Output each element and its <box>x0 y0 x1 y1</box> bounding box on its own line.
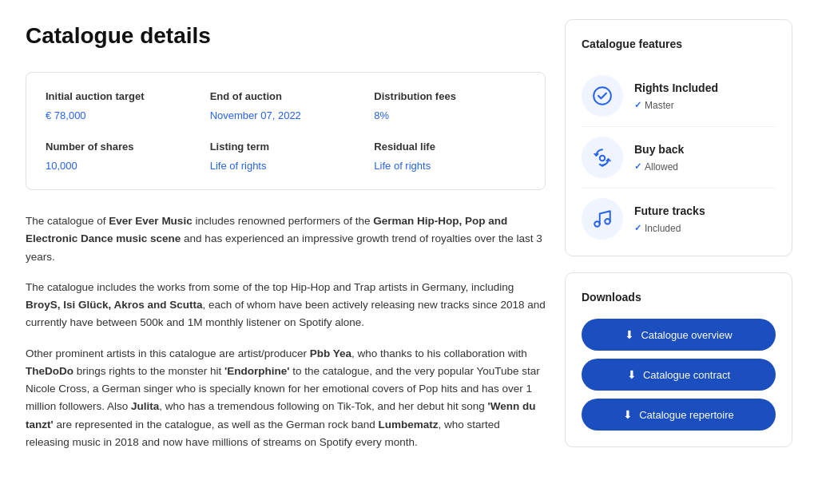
stat-distribution-fees: Distribution fees 8% <box>374 89 526 123</box>
feature-rights-included-text: Rights Included Master <box>634 80 718 113</box>
catalogue-overview-btn[interactable]: ⬇ Catalogue overview <box>582 319 776 351</box>
feature-buyback: Buy back Allowed <box>582 127 776 189</box>
catalogue-repertoire-label: Catalogue repertoire <box>639 409 734 421</box>
feature-future-tracks-name: Future tracks <box>634 203 705 220</box>
stat-label-distribution-fees: Distribution fees <box>374 89 526 105</box>
description-para-2: The catalogue includes the works from so… <box>26 279 546 332</box>
feature-buyback-name: Buy back <box>634 141 684 158</box>
feature-future-tracks: Future tracks Included <box>582 189 776 240</box>
stats-card: Initial auction target € 78,000 End of a… <box>26 72 546 190</box>
buyback-icon <box>592 147 613 168</box>
downloads-card: Downloads ⬇ Catalogue overview ⬇ Catalog… <box>565 272 792 447</box>
stat-value-distribution-fees: 8% <box>374 108 526 124</box>
rights-included-icon-wrap <box>582 75 623 117</box>
catalogue-overview-label: Catalogue overview <box>641 329 732 341</box>
feature-buyback-text: Buy back Allowed <box>634 141 684 174</box>
stat-end-auction: End of auction November 07, 2022 <box>210 89 362 123</box>
music-note-icon <box>592 208 613 229</box>
catalogue-contract-label: Catalogue contract <box>643 369 730 381</box>
stat-value-end-auction: November 07, 2022 <box>210 108 362 124</box>
description-para-3: Other prominent artists in this catalogu… <box>26 345 546 452</box>
stat-value-number-shares: 10,000 <box>46 158 197 174</box>
feature-future-tracks-sub: Included <box>634 221 705 236</box>
stat-number-shares: Number of shares 10,000 <box>46 139 197 173</box>
stat-value-listing-term: Life of rights <box>210 158 362 174</box>
catalogue-features-card: Catalogue features Rights Included Maste… <box>565 19 792 256</box>
features-card-title: Catalogue features <box>582 36 776 53</box>
svg-point-3 <box>605 219 610 224</box>
feature-rights-included-name: Rights Included <box>634 80 718 97</box>
download-icon-1: ⬇ <box>625 328 634 341</box>
page-wrapper: Catalogue details Initial auction target… <box>0 0 818 470</box>
stat-value-residual-life: Life of rights <box>374 158 526 174</box>
stat-label-initial-auction: Initial auction target <box>46 89 197 105</box>
downloads-card-title: Downloads <box>582 289 776 306</box>
future-tracks-icon-wrap <box>582 198 623 240</box>
svg-point-2 <box>594 221 600 227</box>
sidebar: Catalogue features Rights Included Maste… <box>565 19 792 451</box>
stat-label-number-shares: Number of shares <box>46 139 197 155</box>
download-icon-3: ⬇ <box>623 408 633 421</box>
main-content: Catalogue details Initial auction target… <box>26 19 546 451</box>
feature-buyback-sub: Allowed <box>634 160 684 174</box>
feature-rights-included: Rights Included Master <box>582 65 776 127</box>
download-icon-2: ⬇ <box>627 368 637 381</box>
stat-initial-auction: Initial auction target € 78,000 <box>46 89 197 123</box>
stat-listing-term: Listing term Life of rights <box>210 139 362 173</box>
svg-point-0 <box>594 87 611 105</box>
svg-point-1 <box>600 156 606 161</box>
check-circle-icon <box>592 85 613 106</box>
stat-label-listing-term: Listing term <box>210 139 362 155</box>
catalogue-repertoire-btn[interactable]: ⬇ Catalogue repertoire <box>582 399 776 431</box>
stat-label-residual-life: Residual life <box>374 139 526 155</box>
catalogue-contract-btn[interactable]: ⬇ Catalogue contract <box>582 359 776 391</box>
stat-label-end-auction: End of auction <box>210 89 362 105</box>
description-para-1: The catalogue of Ever Ever Music include… <box>26 212 546 266</box>
stat-residual-life: Residual life Life of rights <box>374 139 526 173</box>
description-section: The catalogue of Ever Ever Music include… <box>26 212 546 451</box>
page-title: Catalogue details <box>26 19 546 53</box>
buyback-icon-wrap <box>582 137 623 178</box>
feature-future-tracks-text: Future tracks Included <box>634 203 705 236</box>
feature-rights-included-sub: Master <box>634 98 718 113</box>
stat-value-initial-auction: € 78,000 <box>46 108 197 124</box>
